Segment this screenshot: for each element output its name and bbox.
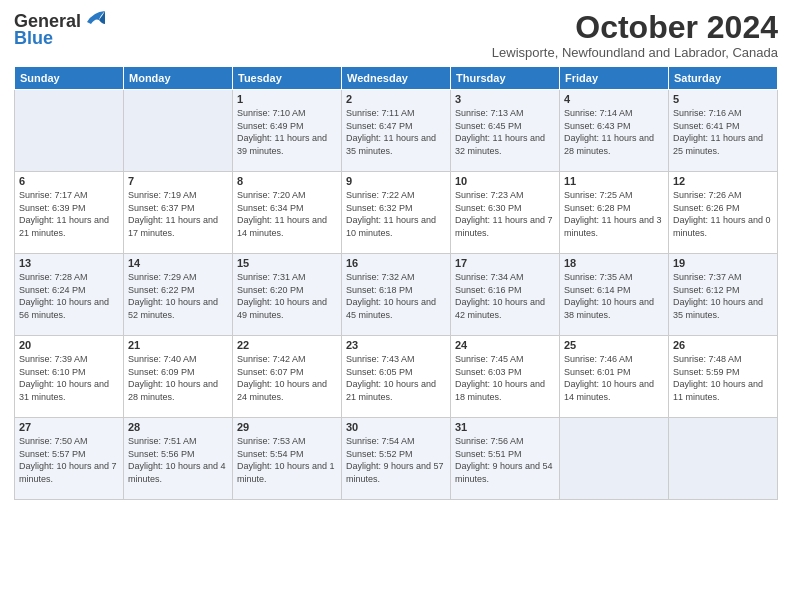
day-info: Sunrise: 7:29 AM Sunset: 6:22 PM Dayligh… <box>128 271 228 321</box>
header: General Blue October 2024 Lewisporte, Ne… <box>14 10 778 60</box>
calendar-cell: 24Sunrise: 7:45 AM Sunset: 6:03 PM Dayli… <box>451 336 560 418</box>
day-info: Sunrise: 7:23 AM Sunset: 6:30 PM Dayligh… <box>455 189 555 239</box>
day-info: Sunrise: 7:32 AM Sunset: 6:18 PM Dayligh… <box>346 271 446 321</box>
day-number: 5 <box>673 93 773 105</box>
day-info: Sunrise: 7:43 AM Sunset: 6:05 PM Dayligh… <box>346 353 446 403</box>
day-number: 24 <box>455 339 555 351</box>
calendar-cell: 13Sunrise: 7:28 AM Sunset: 6:24 PM Dayli… <box>15 254 124 336</box>
calendar-cell: 10Sunrise: 7:23 AM Sunset: 6:30 PM Dayli… <box>451 172 560 254</box>
day-number: 21 <box>128 339 228 351</box>
day-number: 30 <box>346 421 446 433</box>
day-number: 12 <box>673 175 773 187</box>
calendar-cell: 11Sunrise: 7:25 AM Sunset: 6:28 PM Dayli… <box>560 172 669 254</box>
day-info: Sunrise: 7:40 AM Sunset: 6:09 PM Dayligh… <box>128 353 228 403</box>
calendar-cell: 26Sunrise: 7:48 AM Sunset: 5:59 PM Dayli… <box>669 336 778 418</box>
day-number: 2 <box>346 93 446 105</box>
day-info: Sunrise: 7:14 AM Sunset: 6:43 PM Dayligh… <box>564 107 664 157</box>
day-number: 3 <box>455 93 555 105</box>
day-number: 31 <box>455 421 555 433</box>
day-number: 14 <box>128 257 228 269</box>
day-number: 17 <box>455 257 555 269</box>
week-row-5: 27Sunrise: 7:50 AM Sunset: 5:57 PM Dayli… <box>15 418 778 500</box>
calendar-cell: 4Sunrise: 7:14 AM Sunset: 6:43 PM Daylig… <box>560 90 669 172</box>
weekday-header-row: SundayMondayTuesdayWednesdayThursdayFrid… <box>15 67 778 90</box>
calendar-cell <box>669 418 778 500</box>
day-info: Sunrise: 7:13 AM Sunset: 6:45 PM Dayligh… <box>455 107 555 157</box>
day-number: 29 <box>237 421 337 433</box>
day-info: Sunrise: 7:26 AM Sunset: 6:26 PM Dayligh… <box>673 189 773 239</box>
day-number: 19 <box>673 257 773 269</box>
week-row-4: 20Sunrise: 7:39 AM Sunset: 6:10 PM Dayli… <box>15 336 778 418</box>
calendar-cell: 27Sunrise: 7:50 AM Sunset: 5:57 PM Dayli… <box>15 418 124 500</box>
month-title: October 2024 <box>492 10 778 45</box>
calendar-cell: 16Sunrise: 7:32 AM Sunset: 6:18 PM Dayli… <box>342 254 451 336</box>
calendar-cell: 15Sunrise: 7:31 AM Sunset: 6:20 PM Dayli… <box>233 254 342 336</box>
calendar-cell <box>124 90 233 172</box>
location: Lewisporte, Newfoundland and Labrador, C… <box>492 45 778 60</box>
day-info: Sunrise: 7:54 AM Sunset: 5:52 PM Dayligh… <box>346 435 446 485</box>
logo-subtext: Blue <box>14 28 53 49</box>
day-number: 7 <box>128 175 228 187</box>
weekday-header-wednesday: Wednesday <box>342 67 451 90</box>
logo-bird-icon <box>85 10 107 28</box>
weekday-header-friday: Friday <box>560 67 669 90</box>
calendar-cell: 25Sunrise: 7:46 AM Sunset: 6:01 PM Dayli… <box>560 336 669 418</box>
calendar-cell: 30Sunrise: 7:54 AM Sunset: 5:52 PM Dayli… <box>342 418 451 500</box>
day-info: Sunrise: 7:16 AM Sunset: 6:41 PM Dayligh… <box>673 107 773 157</box>
day-number: 27 <box>19 421 119 433</box>
calendar-cell: 17Sunrise: 7:34 AM Sunset: 6:16 PM Dayli… <box>451 254 560 336</box>
day-info: Sunrise: 7:56 AM Sunset: 5:51 PM Dayligh… <box>455 435 555 485</box>
weekday-header-monday: Monday <box>124 67 233 90</box>
day-info: Sunrise: 7:19 AM Sunset: 6:37 PM Dayligh… <box>128 189 228 239</box>
day-info: Sunrise: 7:25 AM Sunset: 6:28 PM Dayligh… <box>564 189 664 239</box>
day-number: 25 <box>564 339 664 351</box>
day-number: 10 <box>455 175 555 187</box>
day-info: Sunrise: 7:28 AM Sunset: 6:24 PM Dayligh… <box>19 271 119 321</box>
day-number: 22 <box>237 339 337 351</box>
weekday-header-tuesday: Tuesday <box>233 67 342 90</box>
calendar-cell: 28Sunrise: 7:51 AM Sunset: 5:56 PM Dayli… <box>124 418 233 500</box>
day-info: Sunrise: 7:51 AM Sunset: 5:56 PM Dayligh… <box>128 435 228 485</box>
calendar-cell: 21Sunrise: 7:40 AM Sunset: 6:09 PM Dayli… <box>124 336 233 418</box>
day-number: 11 <box>564 175 664 187</box>
day-number: 9 <box>346 175 446 187</box>
logo: General Blue <box>14 10 107 49</box>
calendar-cell: 20Sunrise: 7:39 AM Sunset: 6:10 PM Dayli… <box>15 336 124 418</box>
day-number: 15 <box>237 257 337 269</box>
calendar-cell: 8Sunrise: 7:20 AM Sunset: 6:34 PM Daylig… <box>233 172 342 254</box>
calendar-cell: 5Sunrise: 7:16 AM Sunset: 6:41 PM Daylig… <box>669 90 778 172</box>
calendar-cell: 14Sunrise: 7:29 AM Sunset: 6:22 PM Dayli… <box>124 254 233 336</box>
day-info: Sunrise: 7:31 AM Sunset: 6:20 PM Dayligh… <box>237 271 337 321</box>
day-number: 8 <box>237 175 337 187</box>
calendar-cell: 3Sunrise: 7:13 AM Sunset: 6:45 PM Daylig… <box>451 90 560 172</box>
day-number: 1 <box>237 93 337 105</box>
day-number: 28 <box>128 421 228 433</box>
day-number: 4 <box>564 93 664 105</box>
weekday-header-sunday: Sunday <box>15 67 124 90</box>
weekday-header-thursday: Thursday <box>451 67 560 90</box>
day-info: Sunrise: 7:45 AM Sunset: 6:03 PM Dayligh… <box>455 353 555 403</box>
calendar-cell: 1Sunrise: 7:10 AM Sunset: 6:49 PM Daylig… <box>233 90 342 172</box>
day-info: Sunrise: 7:46 AM Sunset: 6:01 PM Dayligh… <box>564 353 664 403</box>
calendar-cell: 23Sunrise: 7:43 AM Sunset: 6:05 PM Dayli… <box>342 336 451 418</box>
day-number: 20 <box>19 339 119 351</box>
week-row-1: 1Sunrise: 7:10 AM Sunset: 6:49 PM Daylig… <box>15 90 778 172</box>
day-info: Sunrise: 7:53 AM Sunset: 5:54 PM Dayligh… <box>237 435 337 485</box>
day-info: Sunrise: 7:17 AM Sunset: 6:39 PM Dayligh… <box>19 189 119 239</box>
day-info: Sunrise: 7:37 AM Sunset: 6:12 PM Dayligh… <box>673 271 773 321</box>
day-number: 23 <box>346 339 446 351</box>
day-info: Sunrise: 7:22 AM Sunset: 6:32 PM Dayligh… <box>346 189 446 239</box>
title-block: October 2024 Lewisporte, Newfoundland an… <box>492 10 778 60</box>
day-info: Sunrise: 7:42 AM Sunset: 6:07 PM Dayligh… <box>237 353 337 403</box>
day-info: Sunrise: 7:11 AM Sunset: 6:47 PM Dayligh… <box>346 107 446 157</box>
calendar-cell: 7Sunrise: 7:19 AM Sunset: 6:37 PM Daylig… <box>124 172 233 254</box>
calendar-cell: 19Sunrise: 7:37 AM Sunset: 6:12 PM Dayli… <box>669 254 778 336</box>
week-row-3: 13Sunrise: 7:28 AM Sunset: 6:24 PM Dayli… <box>15 254 778 336</box>
weekday-header-saturday: Saturday <box>669 67 778 90</box>
calendar-cell: 18Sunrise: 7:35 AM Sunset: 6:14 PM Dayli… <box>560 254 669 336</box>
day-info: Sunrise: 7:34 AM Sunset: 6:16 PM Dayligh… <box>455 271 555 321</box>
day-info: Sunrise: 7:48 AM Sunset: 5:59 PM Dayligh… <box>673 353 773 403</box>
day-number: 6 <box>19 175 119 187</box>
calendar-cell: 9Sunrise: 7:22 AM Sunset: 6:32 PM Daylig… <box>342 172 451 254</box>
day-number: 13 <box>19 257 119 269</box>
